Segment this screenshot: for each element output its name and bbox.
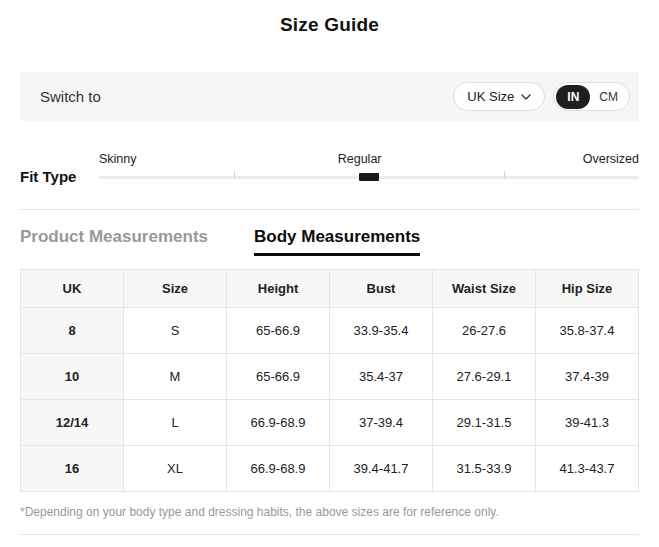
table-cell: 66.9-68.9 bbox=[227, 400, 330, 446]
fit-type-slider[interactable]: Skinny Regular Oversized bbox=[99, 152, 639, 181]
table-cell: S bbox=[124, 308, 227, 354]
section-divider bbox=[20, 209, 639, 210]
table-header-cell: Bust bbox=[330, 270, 433, 308]
unit-option-cm[interactable]: CM bbox=[590, 85, 627, 109]
tab-body-measurements[interactable]: Body Measurements bbox=[254, 227, 420, 256]
table-header-cell: UK bbox=[21, 270, 124, 308]
unit-toggle: IN CM bbox=[553, 82, 630, 111]
table-cell: 33.9-35.4 bbox=[330, 308, 433, 354]
table-cell: 35.4-37 bbox=[330, 354, 433, 400]
table-cell: 16 bbox=[21, 446, 124, 492]
table-header-cell: Hip Size bbox=[536, 270, 639, 308]
table-header-cell: Waist Size bbox=[433, 270, 536, 308]
table-header-cell: Height bbox=[227, 270, 330, 308]
fit-slider-handle[interactable] bbox=[359, 173, 379, 181]
fit-slider-track[interactable] bbox=[99, 173, 639, 181]
switch-to-bar: Switch to UK Size IN CM bbox=[20, 72, 639, 121]
fit-type-label: Fit Type bbox=[20, 168, 99, 185]
table-cell: 27.6-29.1 bbox=[433, 354, 536, 400]
table-cell: 41.3-43.7 bbox=[536, 446, 639, 492]
fit-slider-tick bbox=[234, 171, 235, 179]
table-cell: L bbox=[124, 400, 227, 446]
switch-controls: UK Size IN CM bbox=[453, 82, 630, 111]
size-table: UK Size Height Bust Waist Size Hip Size … bbox=[20, 269, 639, 492]
chevron-down-icon bbox=[521, 94, 531, 100]
fit-type-section: Fit Type Skinny Regular Oversized bbox=[20, 152, 639, 181]
unit-option-in[interactable]: IN bbox=[556, 85, 590, 109]
page-title: Size Guide bbox=[20, 14, 639, 36]
reference-footnote: *Depending on your body type and dressin… bbox=[20, 505, 639, 519]
table-cell: 39-41.3 bbox=[536, 400, 639, 446]
size-guide-panel: Size Guide Switch to UK Size IN CM Fit T… bbox=[0, 14, 659, 535]
bottom-divider bbox=[20, 534, 639, 535]
table-cell: 12/14 bbox=[21, 400, 124, 446]
fit-option-regular[interactable]: Regular bbox=[338, 152, 382, 166]
table-cell: 66.9-68.9 bbox=[227, 446, 330, 492]
size-system-value: UK Size bbox=[467, 89, 514, 104]
table-cell: 35.8-37.4 bbox=[536, 308, 639, 354]
table-cell: 37.4-39 bbox=[536, 354, 639, 400]
table-cell: 26-27.6 bbox=[433, 308, 536, 354]
fit-type-options: Skinny Regular Oversized bbox=[99, 152, 639, 166]
table-cell: XL bbox=[124, 446, 227, 492]
table-cell: 31.5-33.9 bbox=[433, 446, 536, 492]
table-header-row: UK Size Height Bust Waist Size Hip Size bbox=[21, 270, 639, 308]
table-cell: 29.1-31.5 bbox=[433, 400, 536, 446]
switch-to-label: Switch to bbox=[40, 88, 101, 105]
fit-option-skinny[interactable]: Skinny bbox=[99, 152, 137, 166]
table-cell: 65-66.9 bbox=[227, 354, 330, 400]
measurement-tabs: Product Measurements Body Measurements bbox=[20, 227, 639, 256]
table-cell: M bbox=[124, 354, 227, 400]
table-cell: 8 bbox=[21, 308, 124, 354]
fit-option-oversized[interactable]: Oversized bbox=[583, 152, 639, 166]
table-cell: 65-66.9 bbox=[227, 308, 330, 354]
table-header-cell: Size bbox=[124, 270, 227, 308]
table-row: 16 XL 66.9-68.9 39.4-41.7 31.5-33.9 41.3… bbox=[21, 446, 639, 492]
table-cell: 39.4-41.7 bbox=[330, 446, 433, 492]
table-cell: 10 bbox=[21, 354, 124, 400]
tab-product-measurements[interactable]: Product Measurements bbox=[20, 227, 208, 256]
table-row: 10 M 65-66.9 35.4-37 27.6-29.1 37.4-39 bbox=[21, 354, 639, 400]
table-cell: 37-39.4 bbox=[330, 400, 433, 446]
size-system-dropdown[interactable]: UK Size bbox=[453, 82, 545, 111]
table-row: 12/14 L 66.9-68.9 37-39.4 29.1-31.5 39-4… bbox=[21, 400, 639, 446]
table-row: 8 S 65-66.9 33.9-35.4 26-27.6 35.8-37.4 bbox=[21, 308, 639, 354]
fit-slider-tick bbox=[504, 171, 505, 179]
